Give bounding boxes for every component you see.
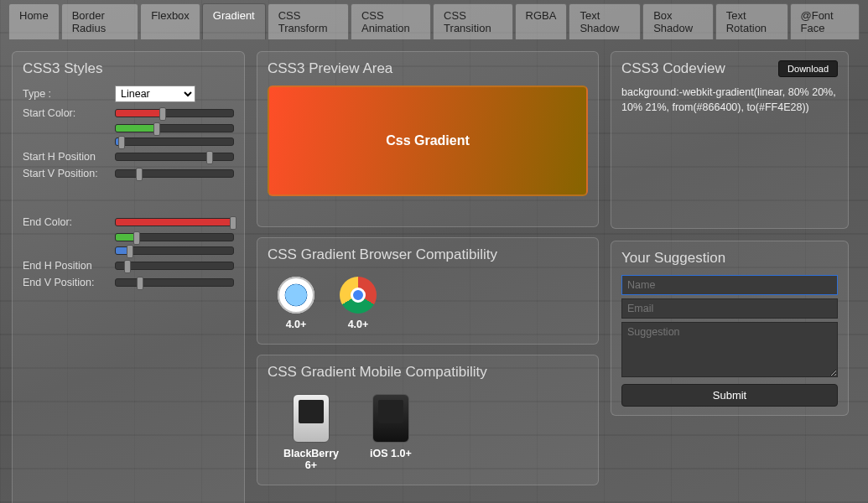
compat-safari: 4.0+ bbox=[278, 277, 314, 330]
styles-heading: CSS3 Styles bbox=[23, 60, 234, 77]
submit-button[interactable]: Submit bbox=[621, 384, 838, 407]
suggestion-heading: Your Suggestion bbox=[621, 250, 838, 267]
iphone-icon bbox=[372, 394, 409, 443]
start-color-label: Start Color: bbox=[23, 107, 115, 119]
name-input[interactable] bbox=[621, 275, 838, 295]
codeview-panel: Download CSS3 Codeview background:-webki… bbox=[611, 51, 849, 229]
end-h-slider[interactable] bbox=[115, 262, 234, 270]
browser-compat-panel: CSS Gradient Browser Compatibility 4.0+ … bbox=[257, 237, 599, 345]
type-select[interactable]: Linear bbox=[115, 86, 195, 102]
styles-panel: CSS3 Styles Type : Linear Start Color: S… bbox=[12, 51, 245, 503]
browser-compat-heading: CSS Gradient Browser Compatibility bbox=[268, 246, 588, 263]
tab-rgba[interactable]: RGBA bbox=[515, 3, 568, 39]
preview-label: Css Gradient bbox=[386, 133, 470, 148]
start-red-slider[interactable] bbox=[115, 109, 234, 117]
suggestion-panel: Your Suggestion Submit bbox=[611, 241, 849, 416]
tab-css-transition[interactable]: CSS Transition bbox=[433, 3, 513, 39]
end-color-label: End Color: bbox=[23, 216, 115, 228]
tab-gradient[interactable]: Gradient bbox=[202, 3, 266, 39]
start-h-slider[interactable] bbox=[115, 153, 234, 161]
email-input[interactable] bbox=[621, 298, 838, 319]
end-red-slider[interactable] bbox=[115, 218, 234, 226]
tab-css-animation[interactable]: CSS Animation bbox=[351, 3, 431, 39]
start-h-label: Start H Position bbox=[23, 151, 115, 163]
gradient-preview: Css Gradient bbox=[268, 86, 588, 196]
end-h-label: End H Position bbox=[23, 260, 115, 272]
end-v-slider[interactable] bbox=[115, 278, 234, 287]
type-label: Type : bbox=[23, 88, 115, 100]
start-green-slider[interactable] bbox=[115, 124, 234, 132]
mobile-compat-panel: CSS Gradient Mobile Compatibility BlackB… bbox=[257, 355, 599, 485]
nav-tabs: HomeBorder RadiusFlexboxGradientCSS Tran… bbox=[0, 0, 868, 39]
safari-icon bbox=[278, 277, 314, 314]
compat-chrome: 4.0+ bbox=[340, 277, 377, 330]
compat-ios: iOS 1.0+ bbox=[370, 394, 412, 471]
preview-heading: CSS3 Preview Area bbox=[268, 60, 588, 77]
footer-note[interactable]: You can find a nice gradient generator h… bbox=[257, 495, 599, 503]
tab-border-radius[interactable]: Border Radius bbox=[61, 3, 139, 39]
suggestion-textarea[interactable] bbox=[621, 322, 838, 377]
tab-css-transform[interactable]: CSS Transform bbox=[268, 3, 349, 39]
start-v-label: Start V Position: bbox=[23, 168, 115, 179]
compat-blackberry: BlackBerry 6+ bbox=[278, 394, 345, 471]
tab-text-shadow[interactable]: Text Shadow bbox=[569, 3, 641, 39]
start-v-slider[interactable] bbox=[115, 169, 234, 178]
tab-flexbox[interactable]: Flexbox bbox=[140, 3, 200, 39]
tab--font-face[interactable]: @Font Face bbox=[790, 3, 860, 39]
tab-home[interactable]: Home bbox=[8, 3, 60, 39]
code-output: background:-webkit-gradient(linear, 80% … bbox=[621, 86, 838, 115]
mobile-compat-heading: CSS Gradient Mobile Compatibility bbox=[268, 364, 588, 381]
chrome-icon bbox=[340, 277, 377, 314]
start-blue-slider[interactable] bbox=[115, 137, 234, 146]
download-button[interactable]: Download bbox=[778, 60, 838, 77]
end-v-label: End V Position: bbox=[23, 277, 115, 288]
preview-panel: CSS3 Preview Area Css Gradient bbox=[257, 51, 599, 227]
end-green-slider[interactable] bbox=[115, 233, 234, 241]
tab-text-rotation[interactable]: Text Rotation bbox=[715, 3, 788, 39]
tab-box-shadow[interactable]: Box Shadow bbox=[642, 3, 714, 39]
blackberry-icon bbox=[293, 394, 330, 443]
end-blue-slider[interactable] bbox=[115, 246, 234, 255]
